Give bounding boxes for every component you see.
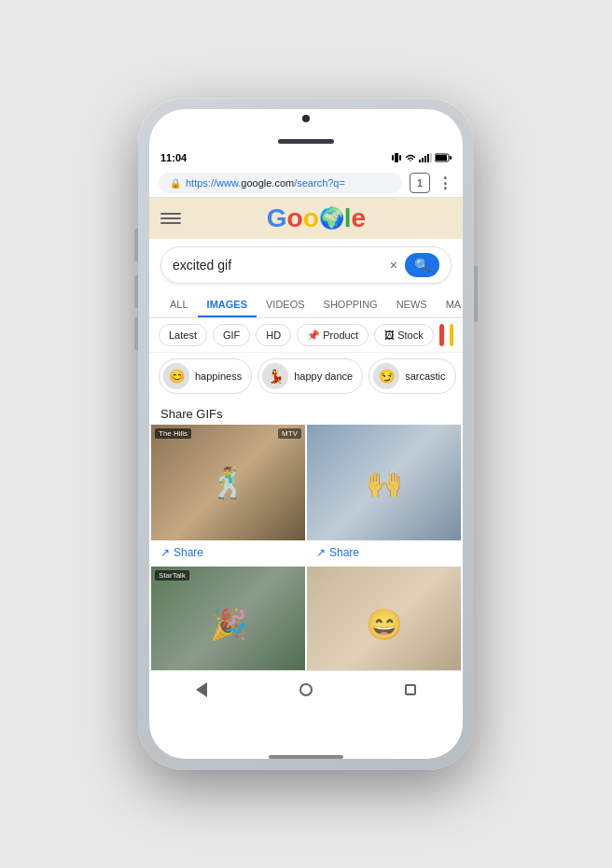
- phone-screen: 11:04 🔒 https://www.google.co: [149, 109, 463, 759]
- address-text: https://www.google.com/search?q=: [186, 177, 391, 189]
- chip-red-color[interactable]: [439, 324, 444, 346]
- share-label-1[interactable]: Share: [174, 546, 203, 559]
- related-chip-label: happiness: [195, 371, 242, 382]
- google-header: G o o 🌍 l e: [149, 198, 463, 239]
- related-chip-label: sarcastic: [405, 371, 445, 382]
- wifi-icon: [405, 153, 416, 162]
- nav-recents-button[interactable]: [392, 671, 429, 708]
- svg-rect-6: [427, 154, 429, 162]
- gif-source-the-hills: The Hills: [155, 428, 191, 439]
- related-chip-sarcastic[interactable]: 😏 sarcastic: [369, 358, 455, 394]
- share-icon-1: ↗: [160, 546, 170, 559]
- chip-hd[interactable]: HD: [256, 324, 291, 346]
- svg-rect-9: [436, 155, 447, 161]
- gif-person-icon: 😄: [366, 607, 403, 642]
- address-bar[interactable]: 🔒 https://www.google.com/search?q= 1 ⋮: [149, 169, 463, 198]
- chip-orange-color[interactable]: [450, 324, 453, 346]
- recents-icon: [405, 684, 416, 695]
- related-chip-img: 💃: [262, 363, 288, 389]
- menu-dots-button[interactable]: ⋮: [438, 175, 453, 192]
- home-bar-indicator: [269, 755, 343, 759]
- share-label-2[interactable]: Share: [329, 546, 359, 559]
- gif-thumbnail-3: StarTalk 🎉: [151, 567, 305, 682]
- search-button[interactable]: 🔍: [405, 253, 439, 277]
- camera-icon: [302, 115, 310, 122]
- address-field[interactable]: 🔒 https://www.google.com/search?q=: [159, 173, 402, 193]
- chip-stock[interactable]: 🖼 Stock: [374, 324, 434, 346]
- gif-thumbnail-4: 😄: [307, 567, 461, 682]
- url-https: https://www.: [186, 177, 241, 189]
- status-time: 11:04: [160, 152, 187, 163]
- gif-item-4[interactable]: 😄: [307, 567, 461, 682]
- chip-latest[interactable]: Latest: [159, 324, 207, 346]
- hamburger-line: [160, 213, 181, 215]
- hamburger-line: [160, 222, 181, 224]
- tab-more[interactable]: MA: [437, 291, 463, 317]
- related-chip-img: 😏: [373, 363, 399, 389]
- lock-icon: 🔒: [170, 178, 181, 189]
- svg-rect-0: [392, 155, 394, 161]
- related-chip-happiness[interactable]: 😊 happiness: [159, 358, 252, 394]
- back-icon: [196, 682, 207, 697]
- related-chip-happy-dance[interactable]: 💃 happy dance: [257, 358, 363, 394]
- google-doodle: G o o 🌍 l e: [181, 203, 452, 233]
- svg-rect-7: [430, 153, 432, 162]
- battery-icon: [435, 153, 452, 162]
- tab-shopping[interactable]: SHOPPING: [314, 291, 387, 317]
- nav-bar: [149, 670, 463, 707]
- svg-rect-2: [399, 155, 401, 161]
- related-chip-label: happy dance: [294, 371, 353, 382]
- status-icons: [391, 152, 452, 163]
- svg-rect-1: [395, 153, 398, 162]
- svg-rect-5: [424, 156, 426, 162]
- gif-item-2[interactable]: 🙌 ↗ Share: [307, 425, 461, 565]
- share-gifs-label: Share GIFs: [149, 399, 463, 425]
- related-searches: 😊 happiness 💃 happy dance 😏 sarcastic: [149, 353, 463, 399]
- gif-share-row-1[interactable]: ↗ Share: [151, 540, 305, 565]
- gif-thumbnail-2: 🙌: [307, 425, 461, 540]
- hamburger-line: [160, 217, 181, 219]
- gif-person-icon: 🕺: [210, 465, 247, 500]
- url-path: /search?q=: [294, 177, 345, 189]
- svg-rect-10: [450, 156, 452, 160]
- gif-person-icon: 🙌: [366, 465, 403, 500]
- svg-rect-3: [419, 160, 421, 162]
- chip-product[interactable]: 📌 Product: [297, 324, 369, 346]
- url-domain: google.com: [241, 177, 294, 189]
- gif-source-startalk: StarTalk: [155, 570, 189, 581]
- search-box-container: excited gif × 🔍: [149, 239, 463, 291]
- vibrate-icon: [391, 152, 402, 163]
- tab-images[interactable]: IMAGES: [198, 291, 257, 317]
- gif-item-1[interactable]: The Hills MTV 🕺 ↗ Share: [151, 425, 305, 565]
- related-chip-img: 😊: [163, 363, 189, 389]
- gif-person-icon: 🎉: [210, 607, 247, 642]
- tab-videos[interactable]: VIDEOS: [257, 291, 314, 317]
- home-icon: [299, 683, 313, 696]
- signal-icon: [419, 153, 432, 162]
- phone-device: 11:04 🔒 https://www.google.co: [138, 98, 474, 770]
- gif-grid: The Hills MTV 🕺 ↗ Share 🙌: [149, 425, 463, 682]
- search-clear-button[interactable]: ×: [390, 258, 397, 273]
- speaker: [278, 139, 334, 144]
- status-bar: 11:04: [149, 147, 463, 169]
- gif-thumbnail-1: The Hills MTV 🕺: [151, 425, 305, 540]
- search-icon: 🔍: [414, 258, 430, 273]
- gif-source-mtv: MTV: [278, 428, 301, 439]
- search-box[interactable]: excited gif × 🔍: [160, 246, 452, 284]
- gif-share-row-2[interactable]: ↗ Share: [307, 540, 461, 565]
- gif-item-3[interactable]: StarTalk 🎉: [151, 567, 305, 682]
- tab-news[interactable]: NEWS: [387, 291, 437, 317]
- svg-rect-4: [422, 158, 424, 162]
- nav-back-button[interactable]: [183, 671, 220, 708]
- doodle-text: G o o 🌍 l e: [267, 203, 366, 233]
- tab-count[interactable]: 1: [410, 173, 430, 193]
- hamburger-menu[interactable]: [160, 213, 181, 224]
- chip-gif[interactable]: GIF: [213, 324, 250, 346]
- content-area[interactable]: Share GIFs The Hills MTV 🕺 ↗ Share: [149, 399, 463, 707]
- share-icon-2: ↗: [316, 546, 326, 559]
- sub-filter-chips: Latest GIF HD 📌 Product 🖼 Stock: [149, 318, 463, 353]
- filter-tabs: ALL IMAGES VIDEOS SHOPPING NEWS MA: [149, 291, 463, 318]
- nav-home-button[interactable]: [287, 671, 325, 708]
- search-query-text: excited gif: [173, 258, 382, 273]
- tab-all[interactable]: ALL: [160, 291, 198, 317]
